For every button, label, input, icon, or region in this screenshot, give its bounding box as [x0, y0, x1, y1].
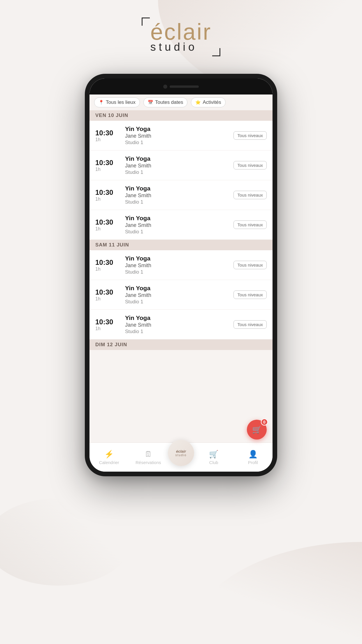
class-instructor: Jane Smith: [125, 262, 233, 269]
class-time-col: 10:30 1h: [95, 159, 122, 172]
class-time: 10:30: [95, 218, 122, 226]
class-location: Studio 1: [125, 140, 233, 146]
class-name: Yin Yoga: [125, 155, 233, 162]
class-level-badge: Tous niveaux: [233, 290, 267, 299]
class-duration: 1h: [95, 197, 122, 202]
class-instructor: Jane Smith: [125, 222, 233, 228]
class-time-col: 10:30 1h: [95, 288, 122, 302]
class-instructor: Jane Smith: [125, 292, 233, 298]
class-name: Yin Yoga: [125, 255, 233, 262]
class-duration: 1h: [95, 167, 122, 172]
phone-speaker: [170, 85, 199, 88]
nav-item-calendar[interactable]: ⚡ Calendrier: [89, 450, 129, 465]
class-time: 10:30: [95, 159, 122, 167]
profile-icon: 👤: [248, 450, 258, 459]
lightning-icon: ⚡: [104, 450, 114, 459]
filter-location[interactable]: 📍 Tous les lieux: [94, 97, 140, 107]
class-location: Studio 1: [125, 169, 233, 175]
nav-club-label: Club: [209, 460, 218, 465]
cart-badge: 0: [261, 419, 268, 426]
class-duration: 1h: [95, 137, 122, 142]
class-name: Yin Yoga: [125, 125, 233, 132]
nav-item-profile[interactable]: 👤 Profil: [233, 450, 273, 465]
bg-decoration-left: [0, 498, 131, 586]
class-info: Yin Yoga Jane Smith Studio 1: [122, 255, 233, 275]
cart-fab-button[interactable]: 🛒 0: [247, 420, 267, 440]
table-row[interactable]: 10:30 1h Yin Yoga Jane Smith Studio 1 To…: [89, 310, 273, 340]
table-row[interactable]: 10:30 1h Yin Yoga Jane Smith Studio 1 To…: [89, 180, 273, 210]
class-time: 10:30: [95, 318, 122, 326]
class-level-badge: Tous niveaux: [233, 320, 267, 329]
nav-center-logo-button[interactable]: éclair studio: [168, 440, 194, 466]
cart-icon: 🛒: [252, 425, 261, 434]
class-info: Yin Yoga Jane Smith Studio 1: [122, 125, 233, 146]
class-level-badge: Tous niveaux: [233, 220, 267, 229]
phone-mockup: 12:30: [85, 74, 277, 476]
nav-calendar-label: Calendrier: [99, 460, 119, 465]
filter-bar: 📍 Tous les lieux 📅 Toutes dates ⭐ Activi…: [89, 94, 273, 110]
schedule-list: VEN 10 JUIN 10:30 1h Yin Yoga Jane Smith…: [89, 110, 273, 442]
class-level-badge: Tous niveaux: [233, 261, 267, 269]
table-row[interactable]: 10:30 1h Yin Yoga Jane Smith Studio 1 To…: [89, 250, 273, 280]
phone-frame: 12:30: [85, 74, 277, 476]
nav-center-studio: studio: [175, 454, 187, 457]
class-instructor: Jane Smith: [125, 192, 233, 199]
class-location: Studio 1: [125, 329, 233, 335]
date-header-sun: DIM 12 JUIN: [89, 340, 273, 350]
class-name: Yin Yoga: [125, 215, 233, 222]
class-info: Yin Yoga Jane Smith Studio 1: [122, 285, 233, 305]
class-time-col: 10:30 1h: [95, 129, 122, 142]
class-info: Yin Yoga Jane Smith Studio 1: [122, 314, 233, 335]
class-duration: 1h: [95, 326, 122, 331]
calendar-filter-icon: 📅: [148, 100, 153, 105]
star-icon: ⭐: [195, 100, 201, 105]
table-row[interactable]: 10:30 1h Yin Yoga Jane Smith Studio 1 To…: [89, 210, 273, 240]
class-time-col: 10:30 1h: [95, 218, 122, 232]
logo-eclair-text: éclair: [150, 20, 212, 43]
bg-decoration-bottom: [187, 542, 362, 644]
nav-item-reservations[interactable]: 🗓 Réservations: [129, 450, 168, 465]
class-instructor: Jane Smith: [125, 322, 233, 328]
nav-reservations-label: Réservations: [136, 460, 161, 465]
class-info: Yin Yoga Jane Smith Studio 1: [122, 185, 233, 205]
class-location: Studio 1: [125, 269, 233, 275]
class-location: Studio 1: [125, 199, 233, 205]
table-row[interactable]: 10:30 1h Yin Yoga Jane Smith Studio 1 To…: [89, 121, 273, 150]
class-level-badge: Tous niveaux: [233, 161, 267, 169]
filter-activity[interactable]: ⭐ Activités: [191, 97, 225, 107]
class-time: 10:30: [95, 258, 122, 267]
table-row[interactable]: 10:30 1h Yin Yoga Jane Smith Studio 1 To…: [89, 150, 273, 180]
logo-bracket-tl: [142, 18, 150, 26]
class-time: 10:30: [95, 188, 122, 197]
bottom-navigation: ⚡ Calendrier 🗓 Réservations éclair studi…: [89, 442, 273, 472]
class-time-col: 10:30 1h: [95, 318, 122, 331]
class-name: Yin Yoga: [125, 285, 233, 292]
class-duration: 1h: [95, 267, 122, 272]
class-time-col: 10:30 1h: [95, 188, 122, 202]
class-duration: 1h: [95, 226, 122, 232]
class-time: 10:30: [95, 288, 122, 296]
table-row[interactable]: 10:30 1h Yin Yoga Jane Smith Studio 1 To…: [89, 280, 273, 310]
class-level-badge: Tous niveaux: [233, 131, 267, 140]
nav-profile-label: Profil: [248, 460, 258, 465]
app-logo-area: éclair studio: [142, 18, 220, 56]
phone-camera: [163, 85, 167, 89]
filter-date-label: Toutes dates: [155, 99, 183, 105]
filter-activity-label: Activités: [203, 99, 221, 105]
class-duration: 1h: [95, 296, 122, 302]
nav-center-eclair: éclair: [176, 449, 186, 454]
filter-date[interactable]: 📅 Toutes dates: [143, 97, 187, 107]
class-name: Yin Yoga: [125, 185, 233, 192]
class-info: Yin Yoga Jane Smith Studio 1: [122, 215, 233, 235]
filter-location-label: Tous les lieux: [106, 99, 136, 105]
date-header-sat: SAM 11 JUIN: [89, 240, 273, 250]
reservations-icon: 🗓: [145, 450, 152, 459]
logo-bracket-br: [212, 48, 220, 56]
nav-item-club[interactable]: 🛒 Club: [194, 450, 233, 465]
phone-screen: 12:30: [89, 78, 273, 472]
class-instructor: Jane Smith: [125, 163, 233, 169]
date-header-fri: VEN 10 JUIN: [89, 110, 273, 121]
phone-notch: [89, 78, 273, 94]
class-name: Yin Yoga: [125, 314, 233, 321]
class-time: 10:30: [95, 129, 122, 137]
